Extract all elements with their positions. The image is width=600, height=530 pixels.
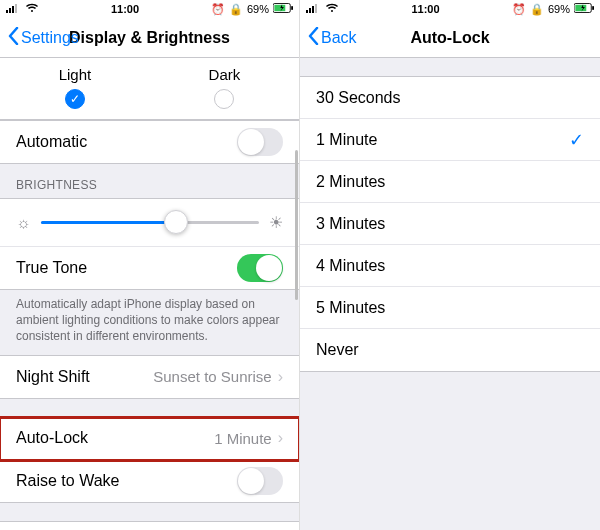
screen-display-brightness: 11:00 ⏰ 🔒 69% Settings Display & Brightn… [0, 0, 300, 530]
option-label: Never [316, 341, 359, 359]
true-tone-note: Automatically adapt iPhone display based… [0, 290, 299, 355]
battery-icon [574, 3, 594, 15]
svg-rect-12 [575, 5, 586, 11]
row-text-size[interactable]: Text Size › [0, 522, 299, 530]
raise-to-wake-label: Raise to Wake [16, 472, 119, 490]
brightness-header: BRIGHTNESS [0, 164, 299, 198]
alarm-icon: ⏰ [211, 3, 225, 16]
wifi-icon [325, 3, 339, 15]
brightness-slider[interactable] [41, 221, 259, 224]
svg-rect-1 [9, 8, 11, 13]
night-shift-value: Sunset to Sunrise [153, 368, 271, 385]
auto-lock-option[interactable]: 3 Minutes [300, 203, 600, 245]
battery-icon [273, 3, 293, 15]
svg-rect-13 [592, 6, 594, 10]
chevron-left-icon [8, 27, 19, 49]
slider-thumb[interactable] [164, 210, 188, 234]
night-shift-label: Night Shift [16, 368, 90, 386]
back-label: Settings [21, 29, 79, 47]
back-button[interactable]: Back [308, 27, 357, 49]
svg-rect-7 [306, 10, 308, 13]
appearance-light-label: Light [59, 66, 92, 83]
row-auto-lock[interactable]: Auto-Lock 1 Minute › [0, 418, 299, 460]
automatic-label: Automatic [16, 133, 87, 151]
option-label: 3 Minutes [316, 215, 385, 233]
raise-to-wake-toggle[interactable] [237, 467, 283, 495]
status-time: 11:00 [411, 3, 439, 15]
status-time: 11:00 [111, 3, 139, 15]
appearance-dark[interactable]: Dark [209, 66, 241, 109]
check-icon: ✓ [569, 129, 584, 151]
auto-lock-label: Auto-Lock [16, 429, 88, 447]
radio-unchecked-icon [214, 89, 234, 109]
auto-lock-option[interactable]: 30 Seconds [300, 77, 600, 119]
back-button[interactable]: Settings [8, 27, 79, 49]
option-label: 1 Minute [316, 131, 377, 149]
brightness-slider-row: ☼ ☀ [0, 199, 299, 247]
wifi-icon [25, 3, 39, 15]
orientation-lock-icon: 🔒 [530, 3, 544, 16]
svg-rect-0 [6, 10, 8, 13]
signal-icon [6, 3, 21, 15]
auto-lock-option[interactable]: 4 Minutes [300, 245, 600, 287]
appearance-dark-label: Dark [209, 66, 241, 83]
nav-bar: Settings Display & Brightness [0, 18, 299, 58]
nav-bar: Back Auto-Lock [300, 18, 600, 58]
status-bar: 11:00 ⏰ 🔒 69% [300, 0, 600, 18]
auto-lock-option[interactable]: 5 Minutes [300, 287, 600, 329]
row-raise-to-wake[interactable]: Raise to Wake [0, 460, 299, 502]
row-true-tone[interactable]: True Tone [0, 247, 299, 289]
row-night-shift[interactable]: Night Shift Sunset to Sunrise › [0, 356, 299, 398]
sun-max-icon: ☀ [269, 213, 283, 232]
screen-auto-lock: 11:00 ⏰ 🔒 69% Back Auto-Lock 30 Seconds1… [300, 0, 600, 530]
signal-icon [306, 3, 321, 15]
true-tone-toggle[interactable] [237, 254, 283, 282]
auto-lock-option[interactable]: 2 Minutes [300, 161, 600, 203]
svg-rect-8 [309, 8, 311, 13]
svg-rect-3 [15, 4, 17, 13]
chevron-right-icon: › [278, 368, 283, 386]
scrollbar[interactable] [295, 150, 298, 300]
svg-rect-2 [12, 6, 14, 13]
alarm-icon: ⏰ [512, 3, 526, 16]
option-label: 30 Seconds [316, 89, 401, 107]
auto-lock-option[interactable]: Never [300, 329, 600, 371]
back-label: Back [321, 29, 357, 47]
appearance-light[interactable]: Light ✓ [59, 66, 92, 109]
option-label: 2 Minutes [316, 173, 385, 191]
orientation-lock-icon: 🔒 [229, 3, 243, 16]
automatic-toggle[interactable] [237, 128, 283, 156]
appearance-picker: Light ✓ Dark [0, 58, 299, 120]
auto-lock-options: 30 Seconds1 Minute✓2 Minutes3 Minutes4 M… [300, 76, 600, 372]
status-bar: 11:00 ⏰ 🔒 69% [0, 0, 299, 18]
option-label: 5 Minutes [316, 299, 385, 317]
auto-lock-value: 1 Minute [214, 430, 272, 447]
svg-rect-9 [312, 6, 314, 13]
chevron-right-icon: › [278, 429, 283, 447]
auto-lock-option[interactable]: 1 Minute✓ [300, 119, 600, 161]
option-label: 4 Minutes [316, 257, 385, 275]
sun-min-icon: ☼ [16, 214, 31, 232]
battery-percent: 69% [548, 3, 570, 15]
row-automatic[interactable]: Automatic [0, 121, 299, 163]
svg-rect-10 [315, 4, 317, 13]
svg-rect-5 [274, 5, 285, 11]
battery-percent: 69% [247, 3, 269, 15]
radio-checked-icon: ✓ [65, 89, 85, 109]
chevron-left-icon [308, 27, 319, 49]
svg-rect-6 [291, 6, 293, 10]
true-tone-label: True Tone [16, 259, 87, 277]
